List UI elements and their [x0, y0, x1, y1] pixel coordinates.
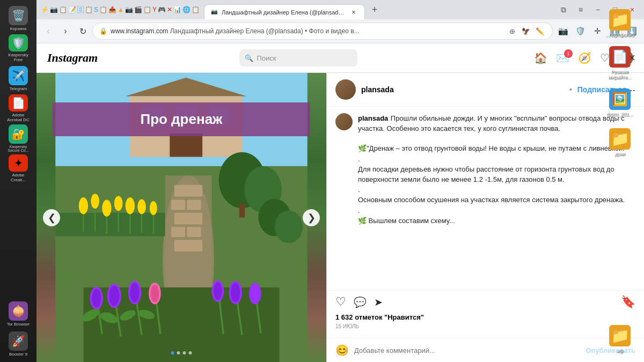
svg-point-47 — [130, 283, 139, 302]
prev-slide-btn[interactable]: ❮ — [43, 209, 60, 226]
comment-btn[interactable]: 💬 — [354, 296, 367, 308]
slide-dot-3[interactable] — [183, 351, 186, 354]
messages-icon[interactable]: ✉️ 1 — [556, 51, 569, 64]
instagram-page: Instagram 🔍 Поиск 🏠 ✉️ 1 🧭 ♡ — [36, 43, 644, 362]
screenshot-btn[interactable]: 📷 — [555, 23, 571, 39]
lock-icon: 🔒 — [99, 27, 107, 35]
tab-icon-16[interactable]: ✕ — [167, 6, 172, 13]
docs-icon: 📁 — [609, 128, 631, 150]
comment-text-dot3: . — [358, 206, 360, 215]
svg-rect-16 — [174, 240, 202, 252]
tab-icon-14[interactable]: Y — [152, 6, 157, 13]
slide-dot-4[interactable] — [189, 351, 192, 354]
search-icon: 🔍 — [245, 54, 253, 62]
menu-btn[interactable]: ≡ — [573, 2, 588, 17]
taskbar-item-telegram[interactable]: ✈️ Telegram — [4, 64, 32, 92]
taskbar-item-kaspersky[interactable]: 🛡️ Kaspersky Free — [4, 34, 32, 62]
desktop-icon-af[interactable]: 📁 аф — [598, 320, 641, 358]
browser-content: Instagram 🔍 Поиск 🏠 ✉️ 1 🧭 ♡ — [36, 43, 644, 362]
tab-icon-9[interactable]: 📤 — [108, 6, 116, 13]
booster-icon: 🚀 — [9, 331, 28, 351]
tab-title: Ландшафтный дизайнер Елена (@plansada) •… — [222, 9, 346, 16]
telegram-icon: ✈️ — [9, 66, 28, 85]
desktop-icon-resume[interactable]: 📄 Резюме мирайте... — [598, 44, 641, 82]
copy-url-btn[interactable]: ⊕ — [506, 25, 518, 37]
tab-close-btn[interactable]: × — [349, 8, 358, 17]
tab-icon-18[interactable]: 🌐 — [182, 6, 191, 13]
messages-badge: 1 — [564, 49, 573, 58]
taskbar-item-creative[interactable]: ✦ Adobe Creati... — [4, 154, 32, 182]
tab-icon-2[interactable]: 📷 — [50, 6, 58, 13]
desktop-icon-docs[interactable]: 📁 доки — [598, 123, 641, 161]
address-bar[interactable]: 🔒 www.instagram.com Ландшафтный дизайнер… — [92, 23, 553, 40]
tab-icon-4[interactable]: 📝 — [68, 6, 76, 13]
post-date: 15 ИЮЛЬ — [335, 323, 635, 329]
taskbar-item-tor[interactable]: 🧅 Tor Browser — [4, 300, 32, 328]
comment-text-dot1: . — [358, 155, 360, 163]
taskbar-item-korzina[interactable]: 🗑️ Корзина — [4, 4, 32, 32]
emoji-btn[interactable]: 😊 — [335, 344, 349, 357]
svg-point-19 — [79, 197, 88, 214]
slide-dot-1[interactable] — [171, 351, 174, 354]
profiles-btn[interactable]: ⧉ — [556, 2, 571, 17]
post-image: Про дренаж — [36, 73, 326, 362]
reload-button[interactable]: ↻ — [75, 24, 90, 39]
desktop-icons-right: 📁 ...портфолио 📄 Резюме мирайте... 🖼️ фо… — [596, 0, 644, 362]
tab-icon-19[interactable]: 📋 — [192, 6, 200, 13]
next-slide-btn[interactable]: ❯ — [303, 209, 320, 226]
back-button[interactable]: ‹ — [41, 24, 56, 39]
forward-button[interactable]: › — [58, 24, 73, 39]
reader-btn[interactable]: ✏️ — [534, 25, 546, 37]
taskbar-item-kaspersky-secure[interactable]: 🔐 Kaspersky Secure Co... — [4, 124, 32, 152]
comment-input[interactable] — [354, 346, 580, 354]
korzina-label: Корзина — [10, 26, 26, 31]
instagram-search[interactable]: 🔍 Поиск — [239, 49, 357, 67]
svg-rect-14 — [171, 227, 185, 237]
docs-label: доки — [614, 151, 625, 157]
svg-point-23 — [102, 200, 111, 216]
svg-point-27 — [126, 197, 135, 214]
shield-btn[interactable]: 🛡️ — [572, 23, 588, 39]
slide-dot-2[interactable] — [177, 351, 180, 354]
tor-label: Tor Browser — [7, 322, 30, 327]
action-icons-row: ♡ 💬 ➤ 🔖 — [335, 295, 635, 309]
desktop: 🗑️ Корзина 🛡️ Kaspersky Free ✈️ Telegram… — [0, 0, 644, 362]
svg-rect-11 — [171, 200, 185, 210]
comment-text-2: 🌿"Дренаж – это отвод грунтовой воды! Не … — [358, 144, 625, 152]
desktop-icon-photo[interactable]: 🖼️ фото_201... — [598, 84, 641, 121]
svg-point-44 — [109, 285, 119, 306]
tab-icon-13[interactable]: 📋 — [143, 6, 151, 13]
svg-point-53 — [214, 282, 222, 300]
active-tab[interactable]: 📷 Ландшафтный дизайнер Елена (@plansada)… — [204, 4, 365, 19]
url-path: Ландшафтный дизайнер Елена (@plansada) •… — [170, 27, 360, 35]
browser-chrome: ⚡ 📷 📋 📝 🇸 📋 S 📋 📤 ▲ 📷 🎬 📋 Y 🎮 ✕ — [36, 0, 644, 43]
taskbar-item-acrobat[interactable]: 📄 Adobe Acrobat DC — [4, 94, 32, 122]
like-btn[interactable]: ♡ — [335, 295, 346, 309]
star-btn[interactable]: 🦅 — [520, 25, 532, 37]
tab-icon-15[interactable]: 🎮 — [158, 6, 166, 13]
tab-icon-6[interactable]: 📋 — [85, 6, 93, 13]
tab-icon-3[interactable]: 📋 — [59, 6, 67, 13]
comment-text-4: Основным способом осушения на участках я… — [358, 196, 625, 204]
tab-icon-8[interactable]: 📋 — [99, 6, 107, 13]
home-icon[interactable]: 🏠 — [534, 51, 547, 64]
taskbar-item-booster[interactable]: 🚀 Booster 9 — [4, 330, 32, 358]
desktop-icon-portfolio[interactable]: 📁 ...портфолио — [598, 4, 641, 42]
post-username[interactable]: plansada — [361, 85, 566, 94]
tab-icon-5[interactable]: 🇸 — [77, 6, 84, 13]
tab-icon-1[interactable]: ⚡ — [41, 6, 49, 13]
tab-icon-11[interactable]: 📷 — [125, 6, 133, 13]
tab-icon-10[interactable]: ▲ — [118, 6, 124, 13]
tab-favicon: 📷 — [211, 9, 218, 16]
svg-rect-13 — [174, 213, 202, 225]
commenter-username[interactable]: plansada — [358, 114, 388, 122]
portfolio-icon: 📁 — [609, 9, 631, 31]
share-btn[interactable]: ➤ — [374, 296, 383, 308]
new-tab-button[interactable]: + — [367, 2, 382, 17]
slide-dots — [171, 351, 192, 354]
tab-icon-7[interactable]: S — [94, 6, 98, 13]
af-label: аф — [617, 348, 623, 353]
explore-icon[interactable]: 🧭 — [578, 51, 591, 64]
tab-icon-12[interactable]: 🎬 — [134, 6, 142, 13]
tab-icon-17[interactable]: 📊 — [173, 6, 181, 13]
